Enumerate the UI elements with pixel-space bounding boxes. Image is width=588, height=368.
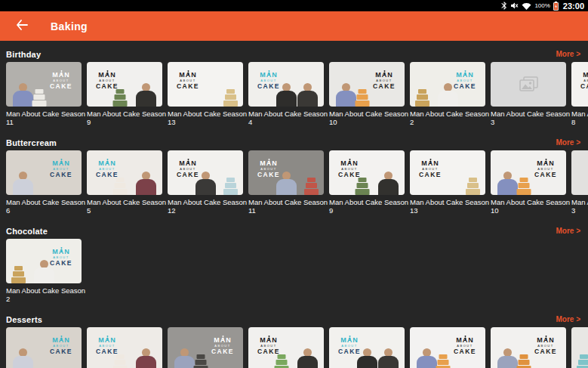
video-season-number: 6 <box>6 206 82 215</box>
video-card[interactable]: MAN ABOUT CAKE Man About Cake Season 8 <box>571 62 588 126</box>
video-card[interactable]: MAN ABOUT CAKE Man About Cake Season <box>491 327 566 368</box>
video-season-number: 11 <box>6 118 82 126</box>
video-card[interactable]: MAN ABOUT CAKE Man About Cake Season <box>329 327 405 368</box>
video-card[interactable]: MAN ABOUT CAKE Man About Cake Season 11 <box>248 150 324 215</box>
person-figure-icon <box>544 331 548 336</box>
video-season-number: 9 <box>87 118 162 126</box>
cake-photo <box>436 354 451 368</box>
man-about-cake-logo: MAN ABOUT CAKE <box>90 331 125 355</box>
video-card[interactable]: MAN ABOUT CAKE Man About Cake Season 13 <box>410 150 485 215</box>
video-season-number: 10 <box>491 206 566 215</box>
video-title: Man About Cake Season 4 <box>248 110 324 126</box>
cake-photo <box>304 178 319 195</box>
cake-photo <box>415 89 429 107</box>
logo-word-man: MAN <box>340 160 359 167</box>
video-card[interactable]: Man About Cake Season <box>571 327 588 368</box>
cake-photo <box>356 89 370 107</box>
video-card[interactable]: MAN ABOUT CAKE Man About Cake Season 9 <box>87 62 162 126</box>
logo-word-man: MAN <box>52 72 70 79</box>
video-season-number: 12 <box>168 206 243 215</box>
video-card[interactable]: MAN ABOUT CAKE Man About Cake Season 2 <box>410 62 485 126</box>
cake-photo <box>223 178 238 195</box>
person-photo <box>496 348 519 368</box>
more-link[interactable]: More > <box>556 227 580 235</box>
video-card[interactable]: MAN ABOUT CAKE Man About Cake Season 13 <box>168 62 243 126</box>
video-card[interactable]: MAN ABOUT CAKE Man About Cake Season <box>6 327 82 368</box>
video-title-text: Man About Cake Season <box>87 110 162 118</box>
person-photo <box>194 172 217 195</box>
video-title: Man About Cake Season 3 <box>491 110 566 126</box>
video-card[interactable]: MAN ABOUT CAKE Man About Cake Season 2 <box>6 239 82 303</box>
person-photo <box>334 83 357 107</box>
video-title: Man About Cake Season 5 <box>87 198 162 215</box>
back-button[interactable] <box>13 17 31 36</box>
section-title: Birthday <box>6 50 41 59</box>
logo-word-cake: CAKE <box>373 83 396 90</box>
video-card[interactable]: MAN ABOUT CAKE Man About Cake Season 6 <box>6 150 82 215</box>
video-thumbnail: MAN ABOUT CAKE <box>571 62 588 107</box>
more-link[interactable]: More > <box>556 315 580 323</box>
video-thumbnail: MAN ABOUT CAKE <box>6 327 82 368</box>
video-thumbnail: MAN ABOUT CAKE <box>491 150 566 195</box>
video-card[interactable]: MAN ABOUT CAKE Man About Cake Season <box>410 327 485 368</box>
video-card[interactable]: MAN ABOUT CAKE Man About Cake Season 4 <box>248 62 324 126</box>
video-thumbnail: MAN ABOUT CAKE <box>87 327 162 368</box>
person-photo <box>11 348 34 368</box>
logo-word-man: MAN <box>537 337 555 344</box>
video-title-text: Man About Cake Season <box>571 198 588 206</box>
logo-word-cake: CAKE <box>534 172 557 178</box>
person-figure-icon <box>60 66 63 71</box>
video-title: Man About Cake Season 13 <box>168 110 243 126</box>
video-title: Man About Cake Season 11 <box>248 198 324 215</box>
category-section: Birthday More > MAN ABOUT CAKE Man About… <box>6 49 588 126</box>
video-card[interactable]: Man About Cake Season 3 <box>571 150 588 215</box>
wifi-icon <box>522 2 531 10</box>
logo-word-cake: CAKE <box>580 83 588 90</box>
person-figure-icon <box>221 331 225 336</box>
cake-photo <box>113 354 128 368</box>
video-title-text: Man About Cake Season <box>571 110 588 118</box>
video-card[interactable]: MAN ABOUT CAKE Man About Cake Season <box>87 327 162 368</box>
more-link[interactable]: More > <box>556 138 580 147</box>
man-about-cake-logo: MAN ABOUT CAKE <box>574 66 588 90</box>
video-title-text: Man About Cake Season <box>491 198 566 206</box>
video-title-text: Man About Cake Season <box>6 198 82 206</box>
video-card[interactable]: MAN ABOUT CAKE Man About Cake Season 12 <box>168 150 243 215</box>
video-card[interactable]: MAN ABOUT CAKE Man About Cake Season 9 <box>329 150 405 215</box>
video-title-text: Man About Cake Season <box>410 110 485 118</box>
video-card[interactable]: MAN ABOUT CAKE Man About Cake Season <box>248 327 324 368</box>
person-figure-icon <box>463 66 467 71</box>
video-card[interactable]: Man About Cake Season 3 <box>491 62 566 126</box>
more-link[interactable]: More > <box>556 50 580 58</box>
video-card[interactable]: MAN ABOUT CAKE Man About Cake Season <box>168 327 243 368</box>
video-season-number: 2 <box>6 295 82 303</box>
video-card[interactable]: MAN ABOUT CAKE Man About Cake Season 5 <box>87 150 162 215</box>
video-card-row: MAN ABOUT CAKE Man About Cake Season 2 <box>6 239 588 303</box>
cake-photo <box>11 266 26 283</box>
video-card[interactable]: MAN ABOUT CAKE Man About Cake Season 11 <box>6 62 82 126</box>
logo-word-man: MAN <box>340 337 359 344</box>
cake-photo <box>517 354 531 368</box>
section-title: Chocolate <box>6 227 48 236</box>
video-title-text: Man About Cake Season <box>6 286 82 295</box>
video-card[interactable]: MAN ABOUT CAKE Man About Cake Season 10 <box>491 150 566 215</box>
video-thumbnail <box>571 327 588 368</box>
video-season-number: 13 <box>168 118 243 126</box>
person-photo <box>134 172 157 195</box>
video-season-number: 3 <box>571 206 588 215</box>
video-title-text: Man About Cake Season <box>329 198 405 206</box>
bluetooth-icon <box>501 2 507 10</box>
video-card[interactable]: MAN ABOUT CAKE Man About Cake Season 10 <box>329 62 405 126</box>
video-season-number: 11 <box>248 206 324 215</box>
video-title-text: Man About Cake Season <box>168 110 243 118</box>
person-photo <box>377 348 399 368</box>
logo-word-cake: CAKE <box>211 348 234 355</box>
logo-word-man: MAN <box>456 72 474 79</box>
logo-word-man: MAN <box>214 337 232 344</box>
person-figure-icon <box>429 154 433 159</box>
battery-percent: 100% <box>534 2 550 9</box>
section-header: Buttercream More > <box>6 138 588 147</box>
video-thumbnail: MAN ABOUT CAKE <box>491 327 566 368</box>
section-title: Buttercream <box>6 138 57 147</box>
person-photo <box>415 348 438 368</box>
